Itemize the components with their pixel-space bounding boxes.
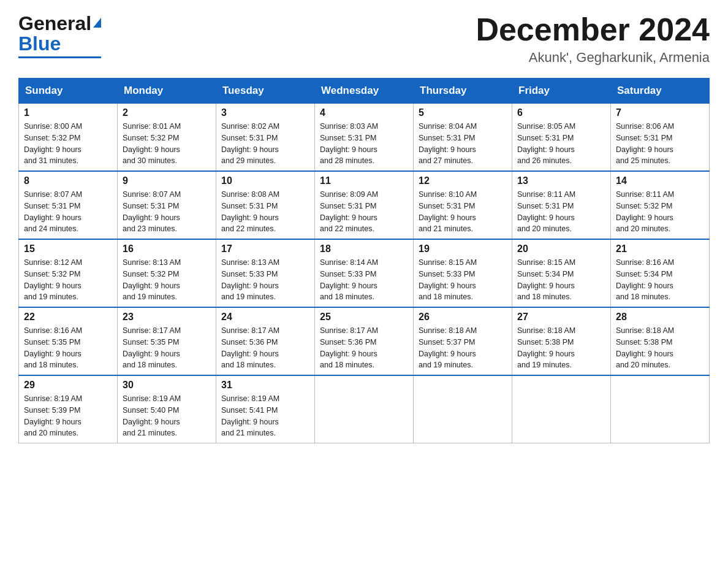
day-number: 25 — [320, 312, 408, 323]
day-number: 10 — [221, 175, 309, 186]
day-info: Sunrise: 8:19 AMSunset: 5:39 PMDaylight:… — [24, 393, 112, 439]
day-info: Sunrise: 8:05 AMSunset: 5:31 PMDaylight:… — [517, 121, 605, 167]
calendar-cell: 19Sunrise: 8:15 AMSunset: 5:33 PMDayligh… — [414, 239, 512, 307]
calendar-cell — [512, 375, 611, 443]
calendar-cell: 20Sunrise: 8:15 AMSunset: 5:34 PMDayligh… — [512, 239, 611, 307]
calendar-cell: 3Sunrise: 8:02 AMSunset: 5:31 PMDaylight… — [216, 104, 315, 172]
day-info: Sunrise: 8:15 AMSunset: 5:33 PMDaylight:… — [419, 257, 507, 303]
month-title: December 2024 — [476, 12, 710, 47]
day-info: Sunrise: 8:12 AMSunset: 5:32 PMDaylight:… — [24, 257, 112, 303]
day-info: Sunrise: 8:00 AMSunset: 5:32 PMDaylight:… — [24, 121, 112, 167]
day-number: 9 — [123, 175, 211, 186]
day-info: Sunrise: 8:07 AMSunset: 5:31 PMDaylight:… — [24, 189, 112, 235]
day-info: Sunrise: 8:07 AMSunset: 5:31 PMDaylight:… — [123, 189, 211, 235]
day-number: 7 — [616, 107, 704, 118]
title-block: December 2024 Akunk', Gegharkunik, Armen… — [476, 12, 710, 66]
calendar-cell: 2Sunrise: 8:01 AMSunset: 5:32 PMDaylight… — [118, 104, 216, 172]
calendar-cell: 31Sunrise: 8:19 AMSunset: 5:41 PMDayligh… — [216, 375, 315, 443]
calendar-cell — [414, 375, 512, 443]
calendar-cell: 21Sunrise: 8:16 AMSunset: 5:34 PMDayligh… — [611, 239, 710, 307]
calendar-week-row: 1Sunrise: 8:00 AMSunset: 5:32 PMDaylight… — [19, 104, 710, 172]
day-info: Sunrise: 8:06 AMSunset: 5:31 PMDaylight:… — [616, 121, 704, 167]
day-info: Sunrise: 8:13 AMSunset: 5:32 PMDaylight:… — [123, 257, 211, 303]
day-number: 15 — [24, 243, 112, 255]
calendar-cell: 12Sunrise: 8:10 AMSunset: 5:31 PMDayligh… — [414, 171, 512, 239]
day-number: 27 — [517, 312, 605, 323]
day-number: 22 — [24, 312, 112, 323]
day-info: Sunrise: 8:03 AMSunset: 5:31 PMDaylight:… — [320, 121, 408, 167]
day-info: Sunrise: 8:17 AMSunset: 5:35 PMDaylight:… — [123, 325, 211, 371]
day-number: 30 — [123, 380, 211, 391]
day-number: 13 — [517, 175, 605, 186]
day-info: Sunrise: 8:15 AMSunset: 5:34 PMDaylight:… — [517, 257, 605, 303]
logo-triangle-icon — [93, 18, 101, 28]
day-info: Sunrise: 8:16 AMSunset: 5:35 PMDaylight:… — [24, 325, 112, 371]
calendar-header-wednesday: Wednesday — [315, 79, 414, 104]
calendar-cell: 24Sunrise: 8:17 AMSunset: 5:36 PMDayligh… — [216, 307, 315, 375]
location: Akunk', Gegharkunik, Armenia — [476, 50, 710, 66]
calendar-header-row: SundayMondayTuesdayWednesdayThursdayFrid… — [19, 79, 710, 104]
day-info: Sunrise: 8:02 AMSunset: 5:31 PMDaylight:… — [221, 121, 309, 167]
day-number: 8 — [24, 175, 112, 186]
day-number: 12 — [419, 175, 507, 186]
calendar-cell: 17Sunrise: 8:13 AMSunset: 5:33 PMDayligh… — [216, 239, 315, 307]
day-number: 21 — [616, 243, 704, 255]
day-number: 28 — [616, 312, 704, 323]
day-number: 24 — [221, 312, 309, 323]
day-number: 6 — [517, 107, 605, 118]
day-number: 5 — [419, 107, 507, 118]
calendar-cell: 27Sunrise: 8:18 AMSunset: 5:38 PMDayligh… — [512, 307, 611, 375]
calendar-header-tuesday: Tuesday — [216, 79, 315, 104]
calendar-cell: 5Sunrise: 8:04 AMSunset: 5:31 PMDaylight… — [414, 104, 512, 172]
calendar-cell: 6Sunrise: 8:05 AMSunset: 5:31 PMDaylight… — [512, 104, 611, 172]
calendar-cell: 10Sunrise: 8:08 AMSunset: 5:31 PMDayligh… — [216, 171, 315, 239]
day-info: Sunrise: 8:17 AMSunset: 5:36 PMDaylight:… — [320, 325, 408, 371]
day-number: 14 — [616, 175, 704, 186]
calendar-cell: 28Sunrise: 8:18 AMSunset: 5:38 PMDayligh… — [611, 307, 710, 375]
day-number: 17 — [221, 243, 309, 255]
day-info: Sunrise: 8:19 AMSunset: 5:41 PMDaylight:… — [221, 393, 309, 439]
calendar-cell: 29Sunrise: 8:19 AMSunset: 5:39 PMDayligh… — [19, 375, 118, 443]
calendar-cell: 15Sunrise: 8:12 AMSunset: 5:32 PMDayligh… — [19, 239, 118, 307]
calendar-cell: 25Sunrise: 8:17 AMSunset: 5:36 PMDayligh… — [315, 307, 414, 375]
calendar-week-row: 15Sunrise: 8:12 AMSunset: 5:32 PMDayligh… — [19, 239, 710, 307]
page-header: General Blue December 2024 Akunk', Gegha… — [18, 12, 710, 66]
day-info: Sunrise: 8:11 AMSunset: 5:32 PMDaylight:… — [616, 189, 704, 235]
day-info: Sunrise: 8:08 AMSunset: 5:31 PMDaylight:… — [221, 189, 309, 235]
day-number: 20 — [517, 243, 605, 255]
calendar-header-sunday: Sunday — [19, 79, 118, 104]
calendar-cell: 11Sunrise: 8:09 AMSunset: 5:31 PMDayligh… — [315, 171, 414, 239]
calendar-cell: 26Sunrise: 8:18 AMSunset: 5:37 PMDayligh… — [414, 307, 512, 375]
logo-general: General — [18, 12, 91, 35]
calendar-cell: 14Sunrise: 8:11 AMSunset: 5:32 PMDayligh… — [611, 171, 710, 239]
calendar-header-monday: Monday — [118, 79, 216, 104]
calendar-cell — [611, 375, 710, 443]
day-info: Sunrise: 8:01 AMSunset: 5:32 PMDaylight:… — [123, 121, 211, 167]
calendar-cell: 1Sunrise: 8:00 AMSunset: 5:32 PMDaylight… — [19, 104, 118, 172]
day-info: Sunrise: 8:10 AMSunset: 5:31 PMDaylight:… — [419, 189, 507, 235]
day-number: 29 — [24, 380, 112, 391]
calendar-cell: 23Sunrise: 8:17 AMSunset: 5:35 PMDayligh… — [118, 307, 216, 375]
logo-underline — [18, 56, 101, 58]
calendar-cell: 4Sunrise: 8:03 AMSunset: 5:31 PMDaylight… — [315, 104, 414, 172]
calendar-cell: 8Sunrise: 8:07 AMSunset: 5:31 PMDaylight… — [19, 171, 118, 239]
calendar-cell: 7Sunrise: 8:06 AMSunset: 5:31 PMDaylight… — [611, 104, 710, 172]
calendar-header-friday: Friday — [512, 79, 611, 104]
day-info: Sunrise: 8:16 AMSunset: 5:34 PMDaylight:… — [616, 257, 704, 303]
calendar-table: SundayMondayTuesdayWednesdayThursdayFrid… — [18, 78, 710, 443]
day-number: 26 — [419, 312, 507, 323]
day-info: Sunrise: 8:13 AMSunset: 5:33 PMDaylight:… — [221, 257, 309, 303]
calendar-week-row: 29Sunrise: 8:19 AMSunset: 5:39 PMDayligh… — [19, 375, 710, 443]
calendar-cell — [315, 375, 414, 443]
calendar-cell: 18Sunrise: 8:14 AMSunset: 5:33 PMDayligh… — [315, 239, 414, 307]
day-number: 1 — [24, 107, 112, 118]
day-info: Sunrise: 8:18 AMSunset: 5:37 PMDaylight:… — [419, 325, 507, 371]
day-number: 2 — [123, 107, 211, 118]
day-number: 16 — [123, 243, 211, 255]
day-info: Sunrise: 8:09 AMSunset: 5:31 PMDaylight:… — [320, 189, 408, 235]
logo-blue: Blue — [18, 33, 61, 55]
calendar-week-row: 22Sunrise: 8:16 AMSunset: 5:35 PMDayligh… — [19, 307, 710, 375]
calendar-cell: 16Sunrise: 8:13 AMSunset: 5:32 PMDayligh… — [118, 239, 216, 307]
day-info: Sunrise: 8:17 AMSunset: 5:36 PMDaylight:… — [221, 325, 309, 371]
calendar-header-saturday: Saturday — [611, 79, 710, 104]
